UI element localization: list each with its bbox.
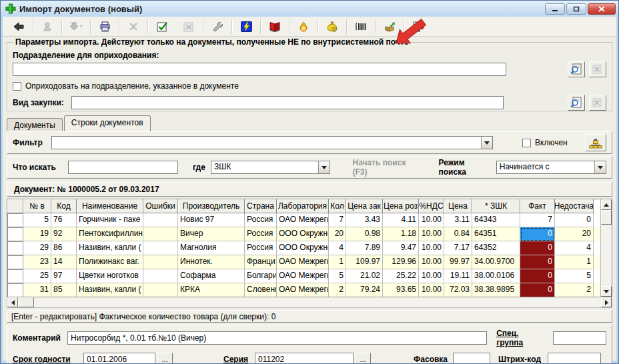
cell-zshk[interactable]: 34.00.9700 bbox=[472, 255, 520, 269]
table-row[interactable]: 2314Полижинакс ваг.Иннотек.ФранциОАО Меж… bbox=[7, 255, 600, 269]
filter-hierarchy-button[interactable] bbox=[585, 134, 606, 151]
purchase-type-input[interactable] bbox=[71, 96, 504, 109]
minimize-button[interactable] bbox=[545, 3, 565, 15]
cell-price_pur[interactable]: 21.02 bbox=[346, 269, 383, 283]
cell-zshk[interactable]: 64352 bbox=[472, 241, 520, 255]
horizontal-scroll-track[interactable] bbox=[34, 297, 601, 307]
cell-qty[interactable]: 20 bbox=[329, 227, 346, 241]
column-header-qty[interactable]: Кол bbox=[329, 199, 346, 213]
cell-fakt-deficit[interactable]: 0 bbox=[520, 255, 555, 269]
user-button[interactable] bbox=[34, 18, 61, 35]
expiry-picker-button[interactable]: ... bbox=[157, 353, 173, 364]
cell-country[interactable]: Словени bbox=[245, 283, 277, 297]
import-to-stock-button[interactable] bbox=[376, 18, 403, 35]
cell-price_ret[interactable]: 93.65 bbox=[383, 283, 419, 297]
cell-country[interactable]: Россия bbox=[245, 227, 277, 241]
cell-price_ret[interactable]: 129.96 bbox=[383, 255, 419, 269]
search-where-combobox[interactable]: ЗШК bbox=[211, 161, 330, 174]
table-row[interactable]: 2597Цветки ноготковСофармаБолгариОАО Меж… bbox=[7, 269, 600, 283]
scroll-up-button[interactable] bbox=[601, 199, 612, 210]
print-button[interactable] bbox=[91, 18, 118, 35]
row-selector[interactable] bbox=[7, 213, 23, 227]
row-selector[interactable] bbox=[7, 227, 23, 241]
cell-errors[interactable] bbox=[143, 241, 178, 255]
close-button[interactable] bbox=[588, 3, 616, 15]
cell-price[interactable]: 72.03 bbox=[444, 283, 472, 297]
start-search-button[interactable]: Начать поиск (F3) bbox=[353, 158, 420, 177]
column-header-sel[interactable] bbox=[7, 199, 23, 213]
cell-price_ret[interactable]: 9.47 bbox=[383, 241, 419, 255]
cell-country[interactable]: Франци bbox=[245, 255, 277, 269]
cell-manufacturer[interactable]: Иннотек. bbox=[178, 255, 245, 269]
cell-vat[interactable]: 10.00 bbox=[419, 227, 444, 241]
horizontal-scroll-thumb[interactable] bbox=[18, 297, 34, 307]
cell-num[interactable]: 23 bbox=[23, 255, 51, 269]
cell-vat[interactable]: 10.00 bbox=[419, 241, 444, 255]
cell-code[interactable]: 86 bbox=[51, 241, 77, 255]
cell-price_pur[interactable]: 109.97 bbox=[346, 255, 383, 269]
search-mode-dropdown-button[interactable] bbox=[594, 161, 606, 173]
cell-num[interactable]: 25 bbox=[23, 269, 51, 283]
column-header-errors[interactable]: Ошибки bbox=[143, 199, 178, 213]
cell-country[interactable]: Россия bbox=[245, 213, 277, 227]
barcode-input[interactable] bbox=[548, 353, 601, 364]
column-header-code[interactable]: Код bbox=[51, 199, 77, 213]
cell-manufacturer[interactable]: Новис 97 bbox=[178, 213, 245, 227]
department-lookup-button[interactable] bbox=[568, 61, 585, 77]
cell-qty[interactable]: 5 bbox=[329, 269, 346, 283]
cell-fakt-deficit[interactable]: 0 bbox=[520, 241, 555, 255]
cell-num[interactable]: 5 bbox=[23, 213, 51, 227]
series-input[interactable] bbox=[255, 353, 354, 364]
series-picker-button[interactable]: ... bbox=[355, 353, 371, 364]
cell-code[interactable]: 97 bbox=[51, 269, 77, 283]
cell-lab[interactable]: ОАО Межреги bbox=[277, 213, 329, 227]
row-selector[interactable] bbox=[7, 241, 23, 255]
purchase-type-clear-button[interactable] bbox=[589, 95, 606, 111]
cell-price[interactable]: 3.11 bbox=[444, 213, 472, 227]
expiry-label[interactable]: Срок годности bbox=[13, 355, 83, 364]
receive-button[interactable] bbox=[63, 18, 89, 35]
cell-num[interactable]: 19 bbox=[23, 227, 51, 241]
row-selector[interactable] bbox=[7, 283, 23, 297]
cell-deficit[interactable]: 20 bbox=[555, 227, 594, 241]
cell-lab[interactable]: ООО Окружно bbox=[277, 227, 329, 241]
search-what-input[interactable] bbox=[68, 161, 179, 174]
packing-input[interactable] bbox=[453, 353, 490, 364]
cell-price_pur[interactable]: 7.89 bbox=[346, 241, 383, 255]
cell-price[interactable]: 99.97 bbox=[444, 255, 472, 269]
cell-errors[interactable] bbox=[143, 255, 178, 269]
cell-price[interactable]: 0.84 bbox=[444, 227, 472, 241]
spec-group-label[interactable]: Спец. группа bbox=[496, 329, 546, 347]
search-where-dropdown-button[interactable] bbox=[318, 161, 330, 173]
cell-lab[interactable]: ОАО Межреги bbox=[277, 255, 329, 269]
column-header-lab[interactable]: Лаборатория bbox=[277, 199, 329, 213]
cell-zshk[interactable]: 64351 bbox=[472, 227, 520, 241]
cell-fakt-deficit[interactable]: 0 bbox=[520, 283, 555, 297]
scroll-right-button[interactable] bbox=[601, 297, 612, 307]
column-header-zshk[interactable]: * ЗШК bbox=[472, 199, 520, 213]
cell-qty[interactable]: 1 bbox=[329, 255, 346, 269]
filter-enabled-checkbox[interactable] bbox=[522, 139, 531, 147]
cell-code[interactable]: 76 bbox=[51, 213, 77, 227]
settings-button[interactable] bbox=[204, 18, 231, 35]
cell-vat[interactable]: 10.00 bbox=[419, 269, 444, 283]
tab-documents[interactable]: Документы bbox=[7, 118, 63, 131]
recalc-button[interactable] bbox=[233, 18, 259, 35]
column-header-vat[interactable]: %НДС bbox=[419, 199, 444, 213]
scroll-down-button[interactable] bbox=[601, 286, 612, 297]
cell-manufacturer[interactable]: Софарма bbox=[178, 269, 245, 283]
delete-button[interactable] bbox=[120, 18, 147, 35]
back-button[interactable] bbox=[5, 18, 32, 35]
cell-vat[interactable]: 10.00 bbox=[419, 213, 444, 227]
spec-group-input[interactable] bbox=[553, 331, 606, 345]
cell-zshk[interactable]: 38.00.0106 bbox=[472, 269, 520, 283]
cell-lab[interactable]: ОАО Межреги bbox=[277, 283, 329, 297]
cell-num[interactable]: 29 bbox=[23, 241, 51, 255]
column-header-deficit[interactable]: Недостача bbox=[555, 199, 594, 213]
vertical-scrollbar[interactable] bbox=[600, 199, 612, 297]
use-document-department-checkbox[interactable] bbox=[13, 82, 21, 91]
cell-deficit[interactable]: 5 bbox=[555, 269, 594, 283]
cell-manufacturer[interactable]: Магнолия bbox=[178, 241, 245, 255]
column-header-fakt[interactable]: Факт bbox=[520, 199, 555, 213]
cell-price_ret[interactable]: 4.11 bbox=[383, 213, 419, 227]
